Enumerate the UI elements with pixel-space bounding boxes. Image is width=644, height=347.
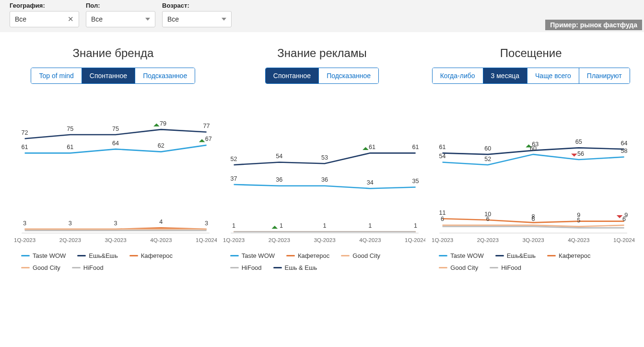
legend: Taste WOWКафетеросGood CityHiFoodЕшь & Е… <box>219 248 426 273</box>
legend-swatch <box>490 267 498 268</box>
legend-item[interactable]: Кафетерос <box>129 252 173 259</box>
svg-text:6: 6 <box>441 216 444 222</box>
chevron-down-icon <box>222 18 226 21</box>
tab-button[interactable]: 3 месяца <box>483 68 527 83</box>
legend-item[interactable]: HiFood <box>72 264 104 271</box>
filter-age-value: Все <box>167 15 179 23</box>
svg-text:36: 36 <box>321 176 328 183</box>
svg-text:1: 1 <box>368 222 372 229</box>
svg-text:2Q-2023: 2Q-2023 <box>59 237 81 243</box>
svg-text:75: 75 <box>67 126 73 132</box>
close-icon[interactable]: ✕ <box>68 15 74 23</box>
legend-swatch <box>230 267 239 268</box>
svg-text:65: 65 <box>575 139 582 145</box>
filter-geography-value: Все <box>15 15 26 23</box>
svg-text:64: 64 <box>621 140 628 147</box>
svg-text:72: 72 <box>22 129 28 136</box>
legend-label: Ешь&Ешь <box>507 252 536 259</box>
svg-marker-4 <box>153 123 160 126</box>
svg-text:67: 67 <box>205 136 212 142</box>
svg-text:4Q-2023: 4Q-2023 <box>568 237 590 243</box>
legend-item[interactable]: Good City <box>341 252 380 259</box>
svg-text:4Q-2023: 4Q-2023 <box>150 237 172 243</box>
legend-label: HiFood <box>242 264 262 271</box>
legend-swatch <box>341 255 350 256</box>
legend-item[interactable]: HiFood <box>490 264 521 271</box>
legend-item[interactable]: Кафетерос <box>286 252 329 259</box>
svg-text:1Q-2024: 1Q-2024 <box>196 237 217 243</box>
svg-text:3Q-2023: 3Q-2023 <box>105 237 127 243</box>
svg-text:60: 60 <box>530 145 537 152</box>
panel-1: Знание рекламыСпонтанноеПодсказанное5254… <box>219 46 426 273</box>
svg-text:3: 3 <box>69 220 72 227</box>
svg-text:5: 5 <box>577 217 581 224</box>
filter-age-select[interactable]: Все <box>162 11 232 27</box>
legend-item[interactable]: Ешь&Ешь <box>77 252 117 259</box>
filter-geography-select[interactable]: Все ✕ <box>10 11 79 27</box>
svg-text:1Q-2023: 1Q-2023 <box>223 237 245 243</box>
panel-title: Знание бренда <box>72 46 153 60</box>
legend-swatch <box>495 255 504 256</box>
svg-text:61: 61 <box>439 144 446 150</box>
dashboard: Знание брендаTop of mindСпонтанноеПодска… <box>0 32 644 283</box>
svg-text:1Q-2024: 1Q-2024 <box>405 237 426 243</box>
panel-title: Посещение <box>500 46 562 60</box>
filter-age: Возраст: Все <box>162 2 232 27</box>
legend-label: HiFood <box>501 264 521 271</box>
legend-item[interactable]: Кафетерос <box>547 252 590 259</box>
svg-text:61: 61 <box>369 144 375 150</box>
legend-item[interactable]: Ешь&Ешь <box>495 252 536 259</box>
tab-button[interactable]: Когда-либо <box>433 68 483 83</box>
svg-text:35: 35 <box>412 178 419 185</box>
svg-text:1Q-2024: 1Q-2024 <box>613 237 634 243</box>
tab-button[interactable]: Подсказанное <box>135 68 195 83</box>
tab-group: Когда-либо3 месяцаЧаще всегоПланируют <box>432 68 630 84</box>
legend: Taste WOWЕшь&ЕшьКафетеросGood CityHiFood <box>427 248 634 273</box>
legend-swatch <box>21 267 30 268</box>
svg-text:37: 37 <box>230 175 237 182</box>
filter-age-label: Возраст: <box>162 2 232 9</box>
legend-item[interactable]: Ешь & Ешь <box>273 264 317 271</box>
legend-label: Taste WOW <box>450 252 483 259</box>
tab-button[interactable]: Спонтанное <box>82 68 135 83</box>
tab-button[interactable]: Подсказанное <box>319 68 378 83</box>
svg-text:3Q-2023: 3Q-2023 <box>523 237 544 243</box>
legend-label: HiFood <box>83 264 104 271</box>
svg-marker-11 <box>199 139 205 142</box>
svg-text:79: 79 <box>160 120 166 127</box>
svg-marker-56 <box>571 153 577 156</box>
legend-swatch <box>547 255 556 256</box>
tab-button[interactable]: Спонтанное <box>266 68 319 83</box>
svg-text:64: 64 <box>112 140 119 147</box>
legend-item[interactable]: Taste WOW <box>230 252 275 259</box>
panel-0: Знание брендаTop of mindСпонтанноеПодска… <box>10 46 217 273</box>
legend-item[interactable]: Taste WOW <box>439 252 483 259</box>
legend-label: Кафетерос <box>141 252 173 259</box>
tab-button[interactable]: Планируют <box>579 68 630 83</box>
svg-text:62: 62 <box>158 142 164 149</box>
svg-text:1Q-2023: 1Q-2023 <box>432 237 453 243</box>
legend-item[interactable]: Good City <box>21 264 60 271</box>
legend-label: Good City <box>450 264 478 271</box>
legend-label: Кафетерос <box>298 252 329 259</box>
svg-text:60: 60 <box>485 145 492 152</box>
legend-item[interactable]: Good City <box>439 264 478 271</box>
filter-geography: География: Все ✕ <box>10 2 79 27</box>
legend-item[interactable]: Taste WOW <box>21 252 66 259</box>
panel-2: ПосещениеКогда-либо3 месяцаЧаще всегоПла… <box>427 46 634 273</box>
tab-button[interactable]: Top of mind <box>31 68 82 83</box>
svg-text:6: 6 <box>622 216 626 222</box>
svg-text:2Q-2023: 2Q-2023 <box>477 237 499 243</box>
filter-gender: Пол: Все <box>86 2 155 27</box>
chart: 72757579776161646267333431Q-20232Q-20233… <box>10 87 217 248</box>
legend-swatch <box>21 255 30 256</box>
svg-text:36: 36 <box>276 176 282 183</box>
filters-bar: География: Все ✕ Пол: Все Возраст: Все П… <box>0 0 644 32</box>
chart: 52545361613736363435111111Q-20232Q-20233… <box>219 87 426 248</box>
tab-button[interactable]: Чаще всего <box>527 68 579 83</box>
filter-gender-select[interactable]: Все <box>86 11 155 27</box>
svg-text:3Q-2023: 3Q-2023 <box>314 237 335 243</box>
svg-text:1: 1 <box>280 222 283 229</box>
legend-item[interactable]: HiFood <box>230 264 262 271</box>
legend-label: Taste WOW <box>242 252 275 259</box>
